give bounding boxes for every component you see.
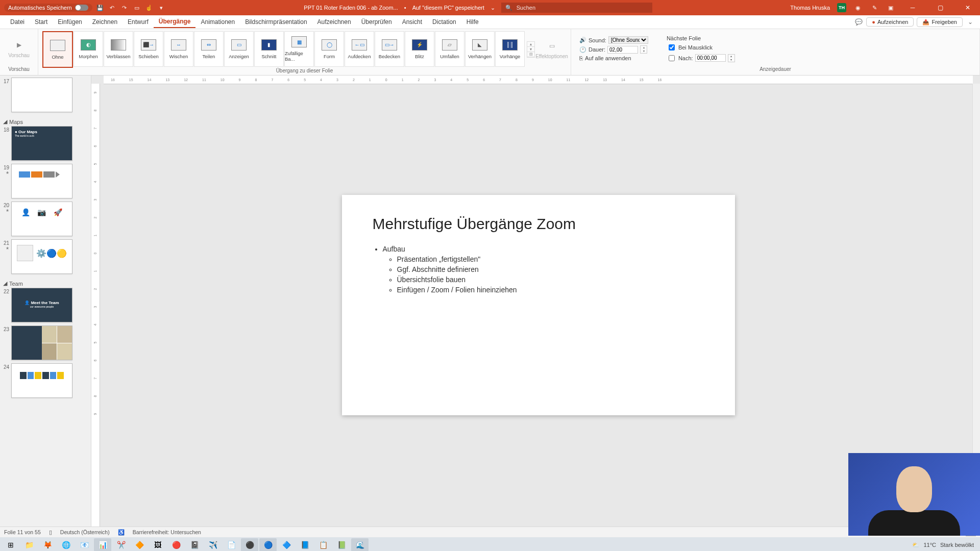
qat-more-icon[interactable]: ▾ bbox=[157, 3, 166, 12]
slide-thumb-21[interactable]: ⚙️🔵🟡 bbox=[11, 239, 72, 274]
present-icon[interactable]: ▭ bbox=[132, 3, 141, 12]
tab-dictation[interactable]: Dictation bbox=[427, 16, 461, 28]
transition-verhaengen[interactable]: ◣Verhängen bbox=[465, 31, 495, 67]
slide-thumb-24[interactable] bbox=[11, 363, 72, 398]
transition-zufaellige[interactable]: ▦Zufällige Ba... bbox=[284, 31, 314, 67]
app-icon-4[interactable]: 📋 bbox=[314, 538, 332, 551]
window-icon[interactable]: ▣ bbox=[886, 3, 895, 12]
transition-blitz[interactable]: ⚡Blitz bbox=[405, 31, 434, 67]
pen-icon[interactable]: ✎ bbox=[870, 3, 879, 12]
transition-wischen[interactable]: ↔Wischen bbox=[164, 31, 193, 67]
mausklick-checkbox[interactable] bbox=[669, 44, 675, 51]
close-button[interactable]: ✕ bbox=[958, 0, 978, 15]
filename-dropdown-icon[interactable]: ⌄ bbox=[491, 5, 495, 11]
comments-icon[interactable]: 💬 bbox=[854, 17, 863, 27]
transition-umfallen[interactable]: ▱Umfallen bbox=[435, 31, 464, 67]
tab-einfuegen[interactable]: Einfügen bbox=[53, 16, 87, 28]
transition-aufdecken[interactable]: ←▭Aufdecken bbox=[345, 31, 374, 67]
explorer-icon[interactable]: 📁 bbox=[20, 538, 38, 551]
nach-checkbox[interactable] bbox=[669, 55, 675, 61]
app-icon-2[interactable]: 🔵 bbox=[259, 538, 277, 551]
sound-select[interactable]: [Ohne Sound] bbox=[608, 36, 648, 44]
weather-icon[interactable]: ⛅ bbox=[912, 542, 919, 548]
tab-entwurf[interactable]: Entwurf bbox=[122, 16, 154, 28]
excel-icon[interactable]: 📗 bbox=[333, 538, 350, 551]
tab-animationen[interactable]: Animationen bbox=[195, 16, 240, 28]
gallery-scroll[interactable]: ▴▾⊟ bbox=[527, 41, 535, 58]
slide-title[interactable]: Mehrstufige Übergänge Zoom bbox=[373, 215, 704, 233]
chrome-icon[interactable]: 🌐 bbox=[57, 538, 75, 551]
sync-icon[interactable]: ◉ bbox=[853, 3, 863, 12]
search-input[interactable] bbox=[516, 4, 648, 11]
section-team[interactable]: ◢ Team bbox=[2, 277, 89, 288]
transition-vorhaenge[interactable]: ║║Vorhänge bbox=[495, 31, 525, 67]
nach-spinner[interactable]: ▴▾ bbox=[728, 54, 735, 62]
slide-content[interactable]: Aufbau Präsentation „fertigstellen" Ggf.… bbox=[373, 245, 704, 294]
transition-anzeigen[interactable]: ▭Anzeigen bbox=[224, 31, 254, 67]
edge-icon[interactable]: 🌊 bbox=[351, 538, 369, 551]
onenote-icon[interactable]: 📓 bbox=[186, 538, 203, 551]
app-icon-1[interactable]: 📄 bbox=[223, 538, 240, 551]
transition-teilen[interactable]: ⇔Teilen bbox=[194, 31, 224, 67]
obs-icon[interactable]: ⚫ bbox=[241, 538, 258, 551]
record-button[interactable]: ●Aufzeichnen bbox=[866, 17, 914, 27]
todoist-icon[interactable]: 🔴 bbox=[167, 538, 185, 551]
autosave-toggle[interactable]: Automatisches Speichern bbox=[4, 4, 92, 12]
search-box[interactable]: 🔍 bbox=[501, 3, 652, 13]
transition-ohne[interactable]: Ohne bbox=[42, 31, 73, 68]
nach-input[interactable] bbox=[695, 54, 726, 62]
transition-schnitt[interactable]: ▮Schnitt bbox=[254, 31, 284, 67]
slide-canvas[interactable]: Mehrstufige Übergänge Zoom Aufbau Präsen… bbox=[342, 195, 735, 415]
vlc-icon[interactable]: 🔶 bbox=[131, 538, 148, 551]
slide-thumb-19[interactable] bbox=[11, 164, 72, 198]
apply-all-button[interactable]: ⎘Auf alle anwenden bbox=[579, 55, 648, 61]
duration-spinner[interactable]: ▴▾ bbox=[640, 45, 647, 54]
status-slide-count[interactable]: Folie 11 von 55 bbox=[4, 529, 41, 535]
transition-verblassen[interactable]: Verblassen bbox=[104, 31, 133, 67]
firefox-icon[interactable]: 🦊 bbox=[39, 538, 56, 551]
slide-thumb-22[interactable]: 👤 Meet the Teamour awesome people bbox=[11, 288, 72, 322]
status-accessibility[interactable]: Barrierefreiheit: Untersuchen bbox=[133, 529, 201, 535]
photos-icon[interactable]: 🖼 bbox=[149, 538, 166, 551]
tab-bildschirm[interactable]: Bildschirmpräsentation bbox=[240, 16, 312, 28]
touch-icon[interactable]: ☝ bbox=[144, 3, 154, 12]
word-icon[interactable]: 📘 bbox=[296, 538, 313, 551]
tab-uebergaenge[interactable]: Übergänge bbox=[154, 16, 196, 28]
save-icon[interactable]: 💾 bbox=[95, 3, 105, 12]
tab-start[interactable]: Start bbox=[30, 16, 53, 28]
app-icon-3[interactable]: 🔷 bbox=[278, 538, 295, 551]
redo-icon[interactable]: ↷ bbox=[120, 3, 129, 12]
transition-bedecken[interactable]: ▭→Bedecken bbox=[375, 31, 404, 67]
status-language[interactable]: Deutsch (Österreich) bbox=[60, 529, 110, 535]
start-button[interactable]: ⊞ bbox=[2, 538, 19, 551]
slide-thumb-20[interactable]: 👤📷🚀 bbox=[11, 202, 72, 236]
slide-thumb-17[interactable] bbox=[11, 78, 72, 112]
collapse-ribbon-icon[interactable]: ⌄ bbox=[966, 17, 975, 27]
transition-morphen[interactable]: ◐Morphen bbox=[74, 31, 103, 67]
tab-datei[interactable]: Datei bbox=[5, 16, 30, 28]
maximize-button[interactable]: ▢ bbox=[930, 0, 950, 15]
section-maps[interactable]: ◢ Maps bbox=[2, 115, 89, 126]
slide-thumb-18[interactable]: ● Our MapsThe world is ours bbox=[11, 126, 72, 161]
tab-ansicht[interactable]: Ansicht bbox=[397, 16, 427, 28]
tab-aufzeichnen[interactable]: Aufzeichnen bbox=[312, 16, 356, 28]
tab-ueberpruefen[interactable]: Überprüfen bbox=[356, 16, 397, 28]
tab-zeichnen[interactable]: Zeichnen bbox=[87, 16, 122, 28]
minimize-button[interactable]: ─ bbox=[902, 0, 923, 15]
outlook-icon[interactable]: 📧 bbox=[76, 538, 93, 551]
snip-icon[interactable]: ✂️ bbox=[112, 538, 130, 551]
user-name[interactable]: Thomas Hruska bbox=[790, 5, 830, 11]
toggle-switch[interactable] bbox=[75, 5, 88, 11]
duration-input[interactable] bbox=[607, 46, 638, 54]
user-avatar[interactable]: TH bbox=[837, 3, 846, 12]
transition-schieben[interactable]: ⬛→Schieben bbox=[134, 31, 163, 67]
slides-panel[interactable]: 17 ◢ Maps 18● Our MapsThe world is ours … bbox=[0, 76, 91, 527]
undo-icon[interactable]: ↶ bbox=[108, 3, 117, 12]
slide-thumb-23[interactable] bbox=[11, 325, 72, 360]
slide-editor[interactable]: 1615141312111098765432101234567891011121… bbox=[91, 76, 980, 527]
tab-hilfe[interactable]: Hilfe bbox=[461, 16, 484, 28]
telegram-icon[interactable]: ✈️ bbox=[204, 538, 222, 551]
share-button[interactable]: 📤Freigeben bbox=[917, 17, 963, 27]
transition-form[interactable]: ◯Form bbox=[314, 31, 344, 67]
powerpoint-icon[interactable]: 📊 bbox=[94, 538, 111, 551]
